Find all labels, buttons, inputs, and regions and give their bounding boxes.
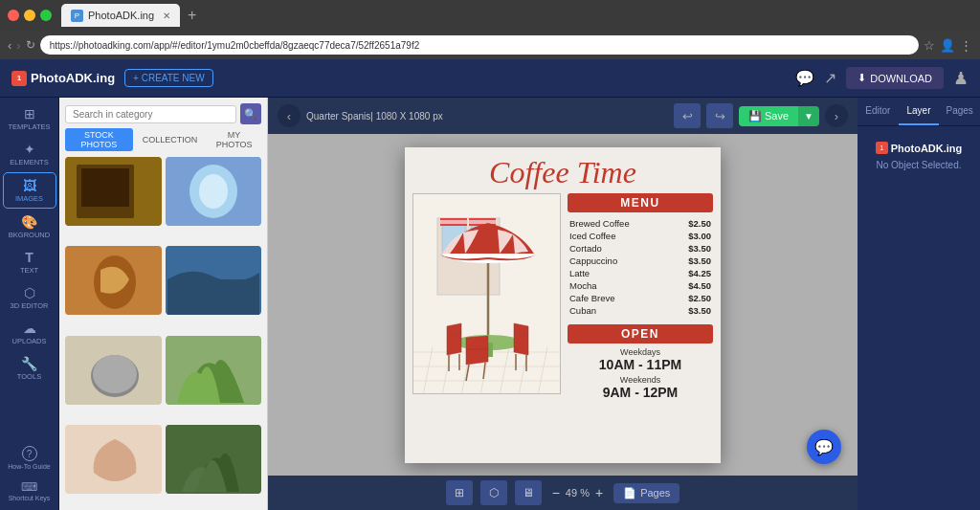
tab-stock-photos[interactable]: STOCK PHOTOS — [65, 128, 133, 151]
profile-icon[interactable]: 👤 — [940, 38, 955, 53]
zoom-in-button[interactable]: + — [592, 485, 606, 500]
canvas-prev-button[interactable]: ‹ — [278, 104, 301, 127]
tab-editor[interactable]: Editor — [858, 98, 899, 125]
tl-red[interactable] — [8, 10, 19, 21]
pages-button[interactable]: 📄 Pages — [613, 483, 679, 503]
screen-button[interactable]: 🖥 — [515, 480, 542, 505]
chess-icon[interactable]: ♟ — [953, 68, 969, 89]
save-disk-icon: 💾 — [748, 110, 762, 122]
text-label: TEXT — [20, 266, 38, 275]
download-label: DOWNLOAD — [870, 73, 932, 84]
templates-icon: ⊞ — [24, 106, 35, 122]
sidebar-item-howto[interactable]: ? How-To Guide — [3, 441, 56, 475]
bookmark-icon[interactable]: ☆ — [924, 38, 935, 53]
forward-icon[interactable]: › — [16, 38, 20, 53]
images-label: IMAGES — [15, 194, 43, 203]
address-bar[interactable]: https://photoadking.com/app/#/editor/1ym… — [40, 35, 919, 55]
menu-item-mocha: Mocha$4.50 — [569, 279, 711, 292]
tl-green[interactable] — [40, 10, 52, 21]
svg-rect-2 — [81, 168, 129, 207]
browser-tab-active[interactable]: P PhotoADK.ing ✕ — [61, 4, 180, 27]
list-item[interactable] — [65, 157, 162, 226]
sidebar-item-images[interactable]: 🖼 IMAGES — [3, 172, 56, 209]
traffic-lights — [8, 10, 52, 21]
left-sidebar: ⊞ TEMPLATES ✦ ELEMENTS 🖼 IMAGES 🎨 BKGROU… — [0, 98, 59, 510]
refresh-icon[interactable]: ↻ — [26, 38, 35, 52]
list-item[interactable] — [166, 157, 262, 226]
list-item[interactable] — [166, 336, 262, 405]
canvas-toolbar: ‹ Quarter Spanis| 1080 X 1080 px ↩ ↪ 💾 S… — [268, 98, 858, 134]
new-tab-button[interactable]: + — [188, 7, 196, 24]
open-header: OPEN — [568, 324, 713, 344]
svg-rect-31 — [440, 220, 467, 222]
url-text: https://photoadking.com/app/#/editor/1ym… — [50, 40, 420, 51]
canvas-document[interactable]: Coffee Time — [405, 147, 721, 463]
download-button[interactable]: ⬇ DOWNLOAD — [846, 67, 944, 89]
pages-label: Pages — [640, 487, 670, 499]
chat-fab[interactable]: 💬 — [807, 430, 841, 464]
bottom-toolbar: ⊞ ⬡ 🖥 − 49 % + 📄 Pages — [268, 476, 858, 510]
sidebar-item-tools[interactable]: 🔧 TOOLS — [3, 351, 56, 386]
save-dropdown-button[interactable]: ▼ — [798, 106, 819, 126]
zoom-out-button[interactable]: − — [549, 485, 563, 500]
images-icon: 🖼 — [23, 178, 36, 193]
tabs-row: STOCK PHOTOS COLLECTION MY PHOTOS — [59, 128, 267, 157]
list-item[interactable] — [65, 425, 162, 494]
sidebar-item-3deditor[interactable]: ⬡ 3D EDITOR — [3, 280, 56, 315]
sidebar-item-uploads[interactable]: ☁ UPLOADS — [3, 316, 56, 350]
sidebar-item-text[interactable]: T TEXT — [3, 245, 56, 279]
search-input[interactable] — [65, 105, 236, 123]
weekdays-hours: 10AM - 11PM — [568, 357, 713, 372]
menu-item-brewed: Brewed Coffee$2.50 — [569, 217, 711, 230]
list-item[interactable] — [65, 336, 162, 405]
3deditor-icon: ⬡ — [24, 285, 35, 300]
sidebar-item-templates[interactable]: ⊞ TEMPLATES — [3, 101, 56, 136]
tab-layer[interactable]: Layer — [899, 98, 940, 125]
tab-close-icon[interactable]: ✕ — [163, 11, 170, 21]
create-new-button[interactable]: + CREATE NEW — [124, 69, 213, 87]
share-icon[interactable]: ↗ — [824, 69, 836, 87]
sidebar-item-shortcuts[interactable]: ⌨ Shortcut Keys — [3, 476, 56, 506]
crop-button[interactable]: ⬡ — [480, 480, 507, 505]
image-grid — [59, 157, 267, 510]
tab-my-photos[interactable]: MY PHOTOS — [207, 128, 261, 151]
list-item[interactable] — [166, 246, 262, 315]
tools-icon: 🔧 — [21, 356, 37, 371]
fit-window-button[interactable]: ⊞ — [446, 480, 473, 505]
list-item[interactable] — [65, 246, 162, 315]
right-logo-text: PhotoADK.ing — [891, 143, 963, 154]
right-panel: Editor Layer Pages 1 PhotoADK.ing No Obj… — [858, 98, 980, 510]
canvas-next-button[interactable]: › — [825, 104, 848, 127]
tab-collection[interactable]: COLLECTION — [136, 133, 205, 146]
chat-icon[interactable]: 💬 — [795, 69, 814, 87]
menu-item-cortado: Cortado$3.50 — [569, 242, 711, 255]
save-label: Save — [765, 110, 789, 122]
image-panel: 🔍 STOCK PHOTOS COLLECTION MY PHOTOS — [59, 98, 268, 510]
back-icon[interactable]: ‹ — [8, 38, 11, 53]
redo-button[interactable]: ↪ — [706, 103, 733, 128]
menu-item-iced: Iced Coffee$3.00 — [569, 230, 711, 242]
menu-icon[interactable]: ⋮ — [960, 38, 972, 53]
howto-label: How-To Guide — [8, 463, 50, 470]
weekends-label: Weekends — [568, 375, 713, 385]
tab-pages[interactable]: Pages — [939, 98, 980, 125]
search-button[interactable]: 🔍 — [240, 103, 261, 124]
save-button[interactable]: 💾 Save — [739, 106, 798, 126]
sidebar-item-elements[interactable]: ✦ ELEMENTS — [3, 137, 56, 171]
canvas-wrapper[interactable]: Coffee Time — [268, 134, 858, 476]
canvas-area: ‹ Quarter Spanis| 1080 X 1080 px ↩ ↪ 💾 S… — [268, 98, 858, 510]
templates-label: TEMPLATES — [8, 122, 50, 131]
svg-point-5 — [199, 174, 228, 209]
tl-yellow[interactable] — [24, 10, 35, 21]
download-arrow-icon: ⬇ — [858, 72, 866, 84]
cafe-image[interactable] — [412, 193, 561, 394]
weekends-hours: 9AM - 12PM — [568, 385, 713, 400]
sidebar-item-background[interactable]: 🎨 BKGROUND — [3, 210, 56, 244]
list-item[interactable] — [166, 425, 262, 494]
weekdays-label: Weekdays — [568, 347, 713, 357]
zoom-control: − 49 % + — [549, 485, 606, 500]
menu-item-cappuccino: Cappuccino$3.50 — [569, 255, 711, 267]
browser-chrome: P PhotoADK.ing ✕ + — [0, 0, 980, 31]
right-logo-icon: 1 — [876, 142, 888, 154]
undo-button[interactable]: ↩ — [674, 103, 701, 128]
